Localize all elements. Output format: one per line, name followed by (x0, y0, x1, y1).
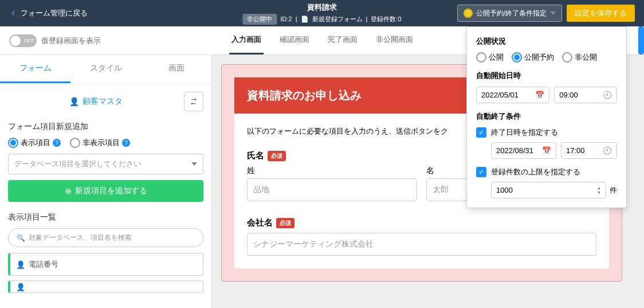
sidebar-tab-screen[interactable]: 画面 (141, 55, 211, 83)
doc-icon: 📄 (301, 15, 309, 23)
limit-number-input[interactable]: 1000 ▲▼ (491, 182, 606, 198)
add-button-label: 新規項目を追加する (75, 186, 147, 196)
lastname-input[interactable]: 品地 (247, 178, 417, 201)
field-item-label: 電話番号 (29, 259, 58, 270)
form-type-label: 新規登録フォーム (312, 15, 363, 24)
dropdown-label: 公開予約/終了条件指定 (476, 9, 547, 18)
header-center: 資料請求 非公開中 ID:2 | 📄 新規登録フォーム | 登録件数:0 (242, 2, 401, 25)
radio-unpublish-label: 非公開 (575, 52, 597, 63)
lastname-label: 姓 (247, 166, 417, 176)
radio-publish-label: 公開 (489, 52, 504, 63)
radio-scheduled[interactable]: 公開予約 (512, 52, 554, 63)
radio-show-label: 表示項目 (21, 138, 50, 148)
required-badge: 必須 (276, 218, 294, 228)
publish-settings-popover: 公開状況 公開 公開予約 非公開 自動開始日時 2022/05/01 📅 09:… (466, 26, 627, 208)
end-time-input[interactable]: 17:00 🕘 (561, 142, 617, 159)
limit-value: 1000 (496, 186, 513, 194)
end-date-value: 2022/08/31 (496, 146, 533, 155)
tab-input-screen[interactable]: 入力画面 (229, 26, 264, 54)
toggle-label: 仮登録画面を表示 (41, 36, 101, 46)
person-icon: 👤 (16, 283, 25, 291)
check-limit[interactable]: ✓ 登録件数の上限を指定する (476, 167, 617, 177)
status-badge: 非公開中 (242, 14, 277, 25)
field-item-phone[interactable]: 👤 電話番号 (8, 253, 203, 276)
company-field-label: 会社名 (247, 217, 273, 228)
calendar-icon: 📅 (542, 146, 551, 155)
form-title: 資料請求 (242, 2, 401, 13)
right-edge-stripe (638, 26, 644, 54)
plus-circle-icon: ⊕ (65, 186, 72, 196)
save-settings-button[interactable]: 設定を保存する (567, 5, 635, 22)
select-placeholder: データベース項目を選択してください (14, 159, 141, 169)
clock-icon: 🕘 (603, 146, 612, 155)
auto-start-title: 自動開始日時 (476, 71, 617, 81)
reg-count-label: 登録件数:0 (371, 15, 401, 24)
sidebar-tab-style[interactable]: スタイル (70, 55, 141, 83)
end-time-value: 17:00 (566, 146, 585, 155)
search-icon: 🔍 (17, 234, 25, 242)
radio-unpublish[interactable]: 非公開 (562, 52, 597, 63)
radio-hide-item[interactable]: 非表示項目 ? (70, 138, 130, 148)
radio-publish[interactable]: 公開 (476, 52, 504, 63)
add-new-item-button[interactable]: ⊕ 新規項目を追加する (8, 180, 203, 202)
field-search-input[interactable]: 🔍 対象データベース、項目名を検索 (8, 228, 203, 247)
company-input[interactable]: シナジーマーケティング株式会社 (247, 233, 596, 256)
back-to-forms-link[interactable]: フォーム管理に戻る (0, 8, 97, 18)
radio-scheduled-label: 公開予約 (524, 52, 554, 63)
chevron-down-icon (550, 11, 556, 15)
sidebar-tab-form[interactable]: フォーム (0, 55, 70, 83)
help-icon[interactable]: ? (53, 139, 61, 147)
radio-show-item[interactable]: 表示項目 ? (8, 138, 61, 148)
check-limit-label: 登録件数の上限を指定する (491, 167, 580, 177)
db-field-select[interactable]: データベース項目を選択してください (8, 154, 203, 174)
tab-complete-screen[interactable]: 完了画面 (325, 26, 360, 54)
clock-icon (464, 9, 473, 18)
limit-unit-label: 件 (610, 185, 617, 196)
spinner-icon[interactable]: ▲▼ (597, 186, 601, 194)
radio-hide-label: 非表示項目 (83, 138, 120, 148)
start-time-value: 09:00 (559, 91, 578, 99)
search-placeholder: 対象データベース、項目名を検索 (29, 233, 132, 243)
toggle-state: OFF (24, 38, 34, 44)
auto-end-title: 自動終了条件 (476, 111, 617, 122)
add-item-title: フォーム項目新規追加 (8, 122, 203, 132)
item-list-title: 表示項目一覧 (8, 212, 203, 223)
provisional-toggle[interactable]: OFF (9, 34, 37, 47)
checkbox-checked-icon: ✓ (476, 167, 486, 177)
clock-icon: 🕘 (603, 91, 612, 99)
publish-settings-dropdown[interactable]: 公開予約/終了条件指定 (457, 5, 562, 22)
person-icon: 👤 (16, 260, 25, 269)
start-date-input[interactable]: 2022/05/01 📅 (476, 87, 549, 103)
publish-status-title: 公開状況 (476, 36, 617, 46)
check-end-datetime[interactable]: ✓ 終了日時を指定する (476, 127, 617, 138)
toggle-knob (10, 36, 21, 46)
calendar-icon: 📅 (535, 91, 544, 99)
form-id-label: ID:2 (280, 15, 292, 22)
chevron-down-icon (191, 162, 197, 166)
checkbox-checked-icon: ✓ (476, 127, 486, 138)
start-date-value: 2022/05/01 (481, 91, 519, 99)
name-field-label: 氏名 (247, 150, 264, 161)
tab-unpublished-screen[interactable]: 非公開画面 (374, 26, 415, 54)
field-item-partial[interactable]: 👤 (8, 280, 203, 293)
back-label: フォーム管理に戻る (21, 8, 88, 18)
help-icon[interactable]: ? (122, 139, 130, 147)
check-end-label: 終了日時を指定する (491, 127, 558, 138)
person-icon: 👤 (69, 97, 79, 106)
customer-master-link[interactable]: 👤 顧客マスタ (69, 96, 123, 107)
start-time-input[interactable]: 09:00 🕘 (554, 87, 617, 103)
left-sidebar: フォーム スタイル 画面 👤 顧客マスタ フォーム項目新規追加 表示項目 (0, 55, 212, 308)
required-badge: 必須 (268, 151, 286, 161)
arrow-left-icon (9, 9, 17, 17)
end-date-input[interactable]: 2022/08/31 📅 (491, 142, 556, 159)
tab-confirm-screen[interactable]: 確認画面 (277, 26, 312, 54)
swap-button[interactable] (184, 92, 203, 111)
top-bar: フォーム管理に戻る 資料請求 非公開中 ID:2 | 📄 新規登録フォーム | … (0, 0, 644, 26)
master-label: 顧客マスタ (83, 96, 123, 107)
swap-icon (189, 97, 198, 106)
